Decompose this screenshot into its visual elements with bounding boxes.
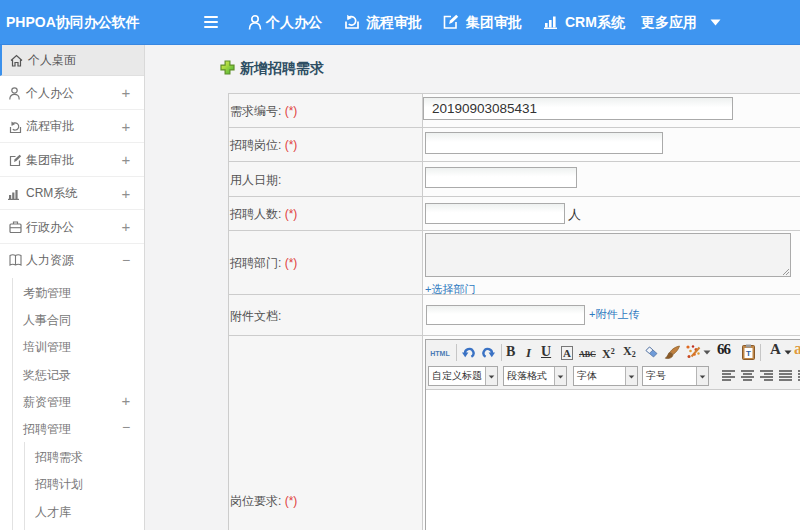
svg-text:T: T	[746, 349, 751, 358]
